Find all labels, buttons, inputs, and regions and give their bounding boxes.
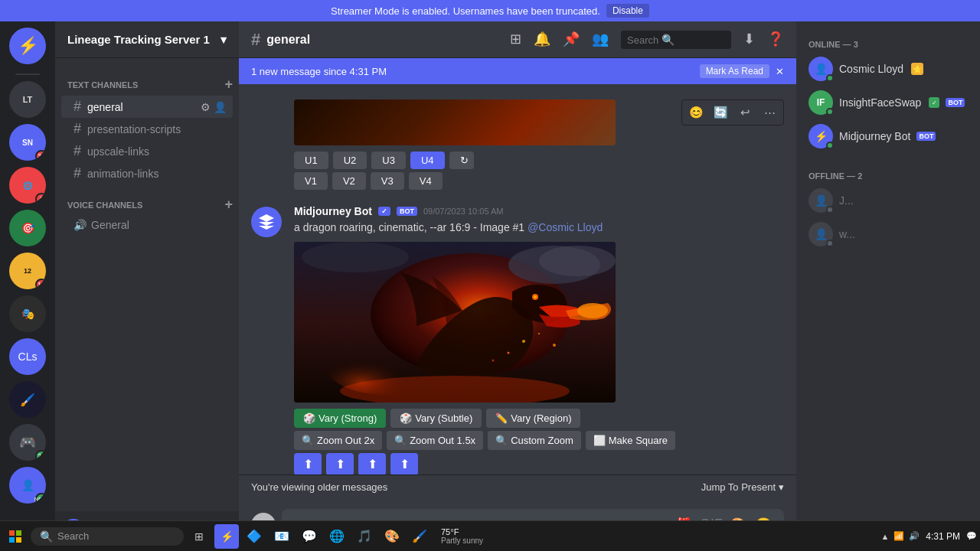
add-voice-icon[interactable]: + (224, 197, 233, 213)
v4-button[interactable]: V4 (409, 172, 443, 190)
taskbar-discord-icon[interactable]: ⚡ (214, 524, 239, 549)
weather-widget[interactable]: 75°F Partly sunny (435, 527, 489, 545)
dragon-image[interactable] (294, 242, 616, 403)
u4-button[interactable]: U4 (410, 152, 445, 169)
server-icon-1[interactable]: LT (9, 81, 46, 118)
message-group-2: Midjourney Bot ✓ BOT 09/07/2023 10:05 AM… (239, 199, 796, 474)
more-actions-icon[interactable]: ⋯ (759, 102, 780, 123)
notification-icon[interactable]: 🔔 (534, 31, 550, 49)
voice-general[interactable]: 🔊 General (61, 216, 233, 234)
v1-button[interactable]: V1 (294, 172, 328, 190)
member-offline-2[interactable]: 👤 w... (802, 217, 974, 251)
server-icon-4[interactable]: 🎯 (9, 210, 46, 246)
text-channels-header[interactable]: TEXT CHANNELS + (55, 64, 239, 96)
discord-home-icon[interactable]: ⚡ (9, 28, 46, 64)
server-icon-7[interactable]: CLs (9, 338, 46, 375)
disable-streamer-button[interactable]: Disable (606, 4, 649, 18)
network-icon[interactable]: 📶 (893, 531, 904, 541)
taskbar-app-8[interactable]: 🖌️ (407, 524, 432, 549)
arrow-up-2-button[interactable]: ⬆ (326, 453, 354, 474)
taskbar-task-view[interactable]: ⊞ (187, 524, 211, 549)
channel-presentation-scripts[interactable]: # presentation-scripts (61, 118, 233, 140)
help-icon[interactable]: ❓ (767, 31, 784, 49)
taskbar-app-6[interactable]: 🎵 (352, 524, 377, 549)
reply-icon[interactable]: ↩ (734, 102, 756, 123)
svg-rect-17 (16, 530, 21, 536)
channel-animation-links[interactable]: # animation-links (61, 162, 233, 184)
react-icon[interactable]: 😊 (685, 102, 707, 123)
notification-tray-icon[interactable]: 💬 (966, 531, 977, 541)
make-square-button[interactable]: ⬜ Make Square (586, 431, 675, 450)
vary-region-label: Vary (Region) (511, 412, 571, 424)
taskbar-search-box[interactable]: 🔍 Search (31, 527, 184, 546)
thread-icon[interactable]: ⊞ (510, 31, 521, 49)
arrow-up-1-button[interactable]: ⬆ (294, 453, 322, 474)
server-icon-8[interactable]: 🖌️ (9, 381, 46, 418)
u1-button[interactable]: U1 (294, 152, 328, 169)
channel-upscale-links[interactable]: # upscale-links (61, 140, 233, 162)
windows-start-button[interactable] (3, 524, 28, 549)
svg-point-14 (492, 359, 495, 361)
server-icon-3[interactable]: 🌐 1 (9, 167, 46, 204)
mark-read-button[interactable]: Mark As Read (700, 64, 769, 78)
members-icon[interactable]: 👥 (592, 31, 609, 49)
repost-icon[interactable]: 🔄 (710, 102, 731, 123)
pin-icon[interactable]: 📌 (563, 31, 580, 49)
channel-general[interactable]: # general ⚙ 👤 (61, 96, 233, 118)
channel-settings-icon[interactable]: ⚙ 👤 (201, 101, 227, 113)
server-icon-9[interactable]: 🎮 21 (9, 424, 46, 461)
message-content-2: Midjourney Bot ✓ BOT 09/07/2023 10:05 AM… (294, 205, 784, 474)
refresh-button[interactable]: ↻ (449, 152, 474, 169)
member-midjourney-bot[interactable]: ⚡ Midjourney Bot BOT (802, 119, 974, 153)
voice-speaker-icon: 🔊 (74, 219, 87, 231)
online-status-3 (826, 142, 834, 149)
channel-header-name: general (266, 33, 310, 47)
member-insightfaceswap[interactable]: IF InsightFaceSwap ✓ BOT (802, 86, 974, 119)
v2-button[interactable]: V2 (332, 172, 366, 190)
vary-strong-button[interactable]: 🎲 Vary (Strong) (294, 409, 386, 428)
server-icon-5[interactable]: 12 12 (9, 253, 46, 289)
server-icon-2[interactable]: SN 39 (9, 124, 46, 161)
header-search[interactable]: Search 🔍 (621, 31, 731, 49)
vary-region-button[interactable]: ✏️ Vary (Region) (486, 409, 580, 428)
arrow-up-3-button[interactable]: ⬆ (358, 453, 386, 474)
insightfaceswap-avatar: IF (808, 90, 833, 115)
server-header[interactable]: Lineage Tracking Server 1 ▾ (55, 21, 239, 58)
taskbar-app-2[interactable]: 🔷 (242, 524, 266, 549)
notification-banner: 1 new message since 4:31 PM Mark As Read… (239, 58, 796, 84)
taskbar-app-4[interactable]: 💬 (297, 524, 322, 549)
vary-subtle-button[interactable]: 🎲 Vary (Subtle) (390, 409, 482, 428)
close-notification-icon[interactable]: ✕ (776, 66, 784, 77)
v3-button[interactable]: V3 (371, 172, 404, 190)
taskbar-app-7[interactable]: 🎨 (380, 524, 404, 549)
taskbar: 🔍 Search ⊞ ⚡ 🔷 📧 💬 🌐 🎵 🎨 🖌️ 75°F Partly … (0, 520, 980, 551)
u-buttons-row: U1 U2 U3 U4 ↻ (294, 152, 784, 169)
tray-up-icon[interactable]: ▲ (880, 532, 889, 541)
voice-channels-header[interactable]: VOICE CHANNELS + (55, 184, 239, 216)
u3-button[interactable]: U3 (371, 152, 406, 169)
server-icon-10[interactable]: 👤 NEW (9, 467, 46, 504)
jump-to-present-button[interactable]: Jump To Present ▾ (701, 481, 784, 493)
svg-point-13 (553, 344, 556, 347)
bot-badge-2: BOT (397, 207, 417, 216)
older-text: You're viewing older messages (251, 481, 387, 493)
taskbar-app-5[interactable]: 🌐 (325, 524, 349, 549)
offline-1-name: J... (839, 194, 854, 207)
clock[interactable]: 4:31 PM (926, 531, 960, 542)
taskbar-app-3[interactable]: 📧 (270, 524, 294, 549)
member-offline-1[interactable]: 👤 J... (802, 184, 974, 217)
u2-button[interactable]: U2 (333, 152, 368, 169)
inbox-icon[interactable]: ⬇ (743, 31, 755, 49)
arrow-up-4-button[interactable]: ⬆ (390, 453, 418, 474)
member-cosmic-lloyd[interactable]: 👤 Cosmic Lloyd ⭐ (802, 52, 974, 86)
messages-area[interactable]: U1 U2 U3 U4 ↻ V1 V2 V3 V4 (239, 84, 796, 474)
sound-icon[interactable]: 🔊 (909, 531, 920, 541)
custom-zoom-button[interactable]: 🔍 Custom Zoom (488, 431, 581, 450)
vary-subtle-label: Vary (Subtle) (415, 412, 472, 424)
bot-tag-insight: BOT (946, 98, 965, 107)
sidebar-divider (15, 73, 40, 75)
zoom-out-1-5x-button[interactable]: 🔍 Zoom Out 1.5x (387, 431, 483, 450)
server-icon-6[interactable]: 🎭 (9, 295, 46, 332)
add-channel-icon[interactable]: + (224, 77, 233, 93)
zoom-out-2x-button[interactable]: 🔍 Zoom Out 2x (294, 431, 382, 450)
